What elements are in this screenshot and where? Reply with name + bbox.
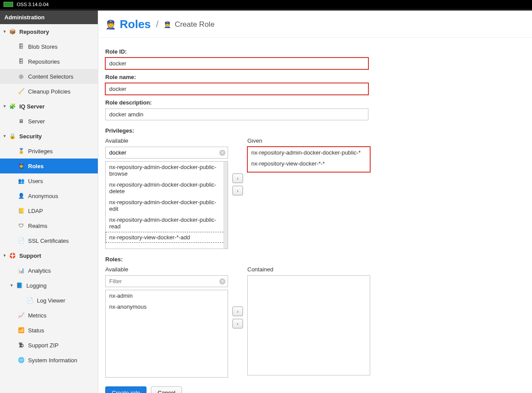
roles-filter-clear-icon[interactable]: ✕	[219, 278, 225, 285]
roles-remove-button[interactable]: ‹	[232, 319, 243, 328]
breadcrumb-roles[interactable]: Roles	[120, 18, 151, 31]
sidebar-item-support-zip[interactable]: 🗜Support ZIP	[0, 338, 98, 353]
sidebar-item-realms[interactable]: 🛡Realms	[0, 218, 98, 233]
roles-transfer: Available ✕ nx-adminnx-anonymous › ‹ Con…	[105, 266, 525, 378]
list-item[interactable]: nx-repository-admin-docker-docker-public…	[248, 147, 370, 158]
privileges-available-label: Available	[105, 137, 228, 144]
sidebar-item-roles[interactable]: 👮Roles	[0, 159, 98, 173]
cleanup-policies-icon: 🧹	[18, 88, 25, 95]
privileges-given-list[interactable]: nx-repository-admin-docker-docker-public…	[247, 147, 370, 172]
log-viewer-icon: 📄	[26, 297, 33, 304]
create-role-icon: 👮	[164, 21, 171, 28]
sidebar-item-support[interactable]: ▼🛟Support	[0, 248, 98, 263]
list-item[interactable]: nx-repository-admin-docker-docker-public…	[106, 179, 228, 197]
server-icon: 🖥	[18, 118, 25, 125]
anonymous-icon: 👤	[18, 192, 25, 199]
roles-icon: 👮	[105, 19, 116, 30]
support-zip-icon: 🗜	[18, 342, 25, 349]
roles-contained-label: Contained	[247, 266, 370, 273]
sidebar-item-analytics[interactable]: 📊Analytics	[0, 263, 98, 278]
sidebar-item-label: Roles	[28, 163, 43, 169]
sidebar-item-repository[interactable]: ▼📦Repository	[0, 24, 98, 39]
sidebar-item-metrics[interactable]: 📈Metrics	[0, 308, 98, 323]
sidebar-item-system-information[interactable]: 🌐System Information	[0, 353, 98, 368]
role-name-input[interactable]	[105, 83, 368, 95]
sidebar-item-label: Realms	[28, 223, 47, 229]
privileges-available-list[interactable]: nx-repository-admin-docker-docker-public…	[105, 161, 228, 249]
sidebar-item-cleanup-policies[interactable]: 🧹Cleanup Policies	[0, 84, 98, 99]
system-information-icon: 🌐	[18, 357, 25, 364]
cancel-button[interactable]: Cancel	[151, 386, 182, 393]
create-role-form: Role ID: Role name: Role description: Pr…	[98, 38, 532, 393]
sidebar-item-label: Support	[19, 252, 41, 259]
sidebar-item-users[interactable]: 👥Users	[0, 173, 98, 188]
roles-contained-list[interactable]	[247, 275, 370, 375]
sidebar-item-repositories[interactable]: 🗄Repositories	[0, 54, 98, 69]
caret-icon: ▼	[3, 134, 8, 138]
sidebar-item-content-selectors[interactable]: ◎Content Selectors	[0, 69, 98, 84]
version-label: OSS 3.14.0-04	[17, 2, 49, 7]
product-badge	[4, 2, 13, 7]
sidebar-item-label: Logging	[26, 282, 46, 289]
sidebar-item-security[interactable]: ▼🔒Security	[0, 129, 98, 144]
sidebar-item-label: Log Viewer	[37, 297, 65, 304]
privileges-add-button[interactable]: ›	[232, 173, 243, 183]
sidebar-item-iq-server[interactable]: ▼🧩IQ Server	[0, 99, 98, 114]
sidebar-item-log-viewer[interactable]: 📄Log Viewer	[0, 293, 98, 308]
status-icon: 📶	[18, 327, 25, 334]
sidebar-item-label: Analytics	[28, 267, 51, 274]
scrollbar[interactable]	[223, 162, 228, 249]
sidebar-item-label: Security	[19, 133, 42, 140]
content-header: 👮 Roles / 👮 Create Role	[98, 11, 532, 38]
sidebar-item-ssl-certificates[interactable]: 📄SSL Certificates	[0, 233, 98, 248]
sidebar-item-label: Blob Stores	[28, 43, 57, 50]
create-role-button[interactable]: Create role	[105, 386, 146, 393]
breadcrumb-separator: /	[156, 19, 159, 29]
sidebar-item-label: Support ZIP	[28, 342, 58, 349]
sidebar-item-blob-stores[interactable]: 🗄Blob Stores	[0, 39, 98, 54]
list-item[interactable]: nx-admin	[106, 290, 228, 301]
sidebar-item-status[interactable]: 📶Status	[0, 323, 98, 338]
sidebar-item-label: Repositories	[28, 58, 60, 65]
roles-available-list[interactable]: nx-adminnx-anonymous	[105, 290, 228, 378]
role-description-input[interactable]	[105, 108, 368, 120]
list-item[interactable]: nx-repository-view-docker-*-add	[106, 232, 228, 243]
repositories-icon: 🗄	[18, 58, 25, 65]
roles-add-button[interactable]: ›	[232, 306, 243, 316]
sidebar-item-privileges[interactable]: 🏅Privileges	[0, 144, 98, 159]
list-item[interactable]: nx-anonymous	[106, 301, 228, 312]
sidebar-item-server[interactable]: 🖥Server	[0, 114, 98, 129]
roles-available-label: Available	[105, 266, 228, 273]
role-description-label: Role description:	[105, 99, 525, 106]
topbar: OSS 3.14.0-04	[0, 0, 532, 9]
list-item[interactable]: nx-repository-admin-docker-docker-public…	[106, 162, 228, 179]
analytics-icon: 📊	[18, 267, 25, 274]
privileges-icon: 🏅	[18, 148, 25, 155]
security-icon: 🔒	[9, 133, 16, 140]
privileges-filter-clear-icon[interactable]: ✕	[219, 150, 225, 156]
realms-icon: 🛡	[18, 222, 25, 229]
users-icon: 👥	[18, 177, 25, 184]
caret-icon: ▼	[3, 253, 8, 258]
list-item[interactable]: nx-repository-view-docker-*-*	[248, 158, 370, 169]
logging-icon: 📘	[16, 282, 23, 289]
privileges-filter-input[interactable]	[105, 147, 228, 159]
form-actions: Create role Cancel	[105, 386, 525, 393]
privileges-label: Privileges:	[105, 127, 525, 134]
privileges-remove-button[interactable]: ‹	[232, 186, 243, 195]
list-item[interactable]: nx-repository-admin-docker-docker-public…	[106, 197, 228, 214]
sidebar-item-label: Server	[28, 118, 45, 125]
support-icon: 🛟	[9, 252, 16, 259]
sidebar-item-label: Privileges	[28, 148, 53, 155]
headerbar	[0, 9, 532, 11]
role-id-label: Role ID:	[105, 48, 525, 55]
roles-filter-input[interactable]	[105, 275, 228, 287]
sidebar-item-ldap[interactable]: 📒LDAP	[0, 203, 98, 218]
list-item[interactable]: nx-repository-admin-docker-docker-public…	[106, 214, 228, 232]
roles-section-label: Roles:	[105, 256, 525, 263]
privileges-transfer: Available ✕ nx-repository-admin-docker-d…	[105, 137, 525, 249]
role-id-input[interactable]	[105, 58, 368, 69]
repository-icon: 📦	[9, 28, 16, 35]
sidebar-item-anonymous[interactable]: 👤Anonymous	[0, 188, 98, 203]
sidebar-item-logging[interactable]: ▼📘Logging	[0, 278, 98, 293]
